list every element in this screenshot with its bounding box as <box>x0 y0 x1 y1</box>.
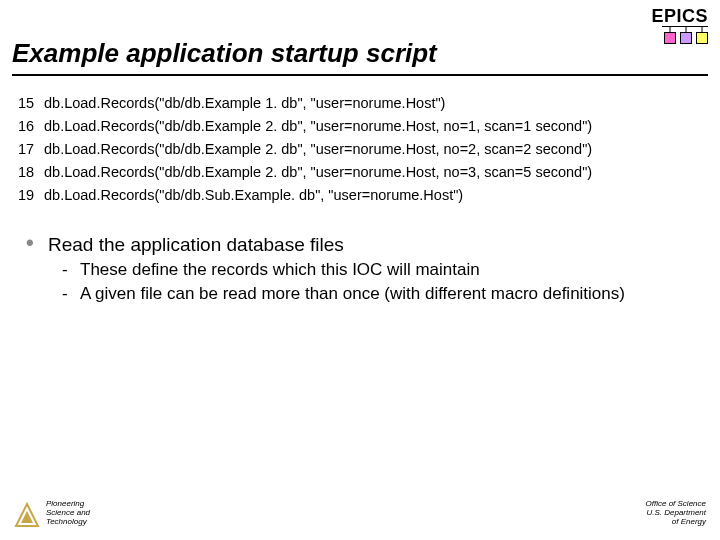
dash-marker: - <box>62 282 80 306</box>
epics-logo-boxes <box>651 32 708 44</box>
footer-right-line: Office of Science <box>646 499 706 508</box>
code-text: db.Load.Records("db/db.Example 1. db", "… <box>44 92 445 115</box>
footer-left-line: Technology <box>46 517 90 526</box>
code-text: db.Load.Records("db/db.Example 2. db", "… <box>44 115 592 138</box>
bullet-sub-item: - A given file can be read more than onc… <box>62 282 690 306</box>
epics-logo-text: EPICS <box>651 6 708 27</box>
line-number: 16 <box>18 115 44 138</box>
title-underline <box>12 74 708 76</box>
code-text: db.Load.Records("db/db.Sub.Example. db",… <box>44 184 463 207</box>
bullet-sub-text: These define the records which this IOC … <box>80 258 480 282</box>
code-block: 15 db.Load.Records("db/db.Example 1. db"… <box>18 92 592 207</box>
footer-left: Pioneering Science and Technology <box>46 499 90 526</box>
code-line: 16 db.Load.Records("db/db.Example 2. db"… <box>18 115 592 138</box>
slide: EPICS Example application startup script… <box>0 0 720 540</box>
line-number: 19 <box>18 184 44 207</box>
epics-box-icon <box>664 32 676 44</box>
bullet-text: Read the application database files <box>48 232 690 258</box>
code-text: db.Load.Records("db/db.Example 2. db", "… <box>44 161 592 184</box>
argonne-logo-icon <box>14 502 40 528</box>
code-line: 15 db.Load.Records("db/db.Example 1. db"… <box>18 92 592 115</box>
code-line: 17 db.Load.Records("db/db.Example 2. db"… <box>18 138 592 161</box>
line-number: 17 <box>18 138 44 161</box>
bullet-sub-item: - These define the records which this IO… <box>62 258 690 282</box>
epics-box-icon <box>680 32 692 44</box>
code-line: 18 db.Load.Records("db/db.Example 2. db"… <box>18 161 592 184</box>
footer: Pioneering Science and Technology Office… <box>0 484 720 530</box>
dash-marker: - <box>62 258 80 282</box>
code-line: 19 db.Load.Records("db/db.Sub.Example. d… <box>18 184 592 207</box>
epics-logo: EPICS <box>651 6 708 44</box>
line-number: 15 <box>18 92 44 115</box>
footer-right-line: of Energy <box>646 517 706 526</box>
epics-box-icon <box>696 32 708 44</box>
code-text: db.Load.Records("db/db.Example 2. db", "… <box>44 138 592 161</box>
bullet-item: • Read the application database files <box>26 232 690 258</box>
bullet-marker: • <box>26 232 48 258</box>
footer-right: Office of Science U.S. Department of Ene… <box>646 499 706 526</box>
footer-left-line: Science and <box>46 508 90 517</box>
slide-title: Example application startup script <box>12 38 437 69</box>
footer-right-line: U.S. Department <box>646 508 706 517</box>
bullet-sub-text: A given file can be read more than once … <box>80 282 625 306</box>
footer-left-line: Pioneering <box>46 499 90 508</box>
bullet-list: • Read the application database files - … <box>26 232 690 306</box>
line-number: 18 <box>18 161 44 184</box>
